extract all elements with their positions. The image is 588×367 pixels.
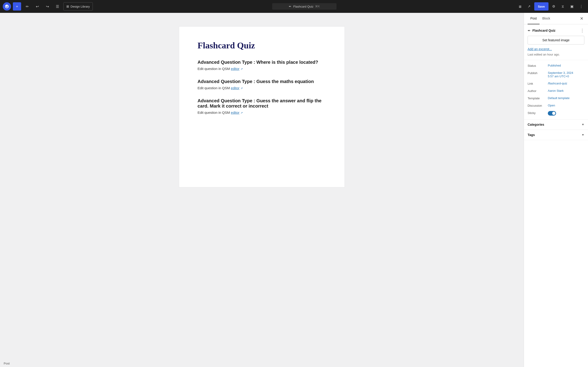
list-view-button[interactable]: ☰ bbox=[53, 2, 61, 10]
post-header-row: ✒ Flashcard Quiz ⋮ bbox=[527, 28, 584, 33]
sidebar-close-button[interactable]: ✕ bbox=[579, 13, 584, 24]
question-block-2: Advanced Question Type : Guess the maths… bbox=[198, 79, 326, 90]
author-value[interactable]: Aaron Stark bbox=[548, 89, 584, 92]
toolbar: ＋ ✏ ↩ ↪ ☰ ⊞ Design Library ✒ Flashcard Q… bbox=[0, 0, 588, 13]
question-edit-3: Edit question in QSM editor ↗ bbox=[198, 110, 326, 115]
tags-header[interactable]: Tags ▼ bbox=[524, 130, 588, 140]
categories-chevron-icon: ▼ bbox=[582, 123, 584, 126]
design-library-button[interactable]: ⊞ Design Library bbox=[63, 2, 93, 10]
question-title-3: Advanced Question Type : Guess the answe… bbox=[198, 98, 326, 109]
tags-chevron-icon: ▼ bbox=[582, 133, 584, 136]
sidebar-icon: ▣ bbox=[570, 4, 573, 8]
arrow-icon-2: ↗ bbox=[241, 87, 243, 90]
publish-label: Publish bbox=[527, 71, 546, 75]
redo-icon: ↪ bbox=[46, 4, 49, 9]
template-value[interactable]: Default template bbox=[548, 96, 584, 100]
bottom-bar-label: Post bbox=[4, 362, 10, 365]
post-pen-icon: ✒ bbox=[527, 28, 531, 33]
categories-label: Categories bbox=[527, 123, 544, 126]
sidebar-toggle-button[interactable]: ▣ bbox=[568, 2, 576, 10]
editor-link-2[interactable]: editor bbox=[231, 86, 240, 90]
categories-header[interactable]: Categories ▼ bbox=[524, 119, 588, 130]
template-label: Template bbox=[527, 96, 546, 100]
set-featured-image-button[interactable]: Set featured image bbox=[527, 36, 584, 44]
edit-prefix-1: Edit question in QSM bbox=[198, 67, 230, 71]
plus-icon: ＋ bbox=[15, 4, 19, 9]
categories-section: Categories ▼ bbox=[524, 119, 588, 130]
pencil-icon: ✏ bbox=[26, 4, 29, 9]
add-excerpt-link[interactable]: Add an excerpt... bbox=[527, 47, 584, 51]
design-library-label: Design Library bbox=[70, 5, 90, 8]
meta-row-publish: Publish September 3, 2024 5:57 am UTC+0 bbox=[527, 69, 584, 80]
add-block-button[interactable]: ＋ bbox=[13, 2, 21, 10]
toolbar-right-actions: 🖥 ↗ Save ⚙ ⧖ ▣ ⋮ bbox=[516, 2, 585, 10]
post-title-search[interactable]: ✒ Flashcard Quiz ⌘K bbox=[272, 3, 337, 10]
bottom-bar: Post bbox=[0, 360, 13, 367]
more-options-button[interactable]: ⋮ bbox=[577, 2, 585, 10]
edit-prefix-3: Edit question in QSM bbox=[198, 110, 230, 115]
editor-canvas: Flashcard Quiz Advanced Question Type : … bbox=[179, 27, 345, 187]
meta-row-link: Link /flashcard-quiz bbox=[527, 80, 584, 87]
toggle-track bbox=[548, 111, 556, 116]
three-dots-icon: ⋮ bbox=[580, 28, 584, 33]
external-link-button[interactable]: ↗ bbox=[525, 2, 533, 10]
pen-icon: ✒ bbox=[289, 5, 292, 8]
question-block-3: Advanced Question Type : Guess the answe… bbox=[198, 98, 326, 115]
meta-row-sticky: Sticky bbox=[527, 109, 584, 117]
last-edited-text: Last edited an hour ago. bbox=[527, 53, 584, 56]
toolbar-center: ✒ Flashcard Quiz ⌘K bbox=[95, 3, 514, 10]
editor-link-1[interactable]: editor bbox=[231, 67, 240, 71]
question-title-1: Advanced Question Type : Where is this p… bbox=[198, 60, 326, 65]
question-title-2: Advanced Question Type : Guess the maths… bbox=[198, 79, 326, 84]
main-layout: Flashcard Quiz Advanced Question Type : … bbox=[0, 13, 588, 367]
author-label: Author bbox=[527, 89, 546, 93]
toggle-thumb bbox=[552, 112, 555, 115]
sidebar-tabs: Post Block ✕ bbox=[524, 13, 588, 24]
question-edit-1: Edit question in QSM editor ↗ bbox=[198, 67, 326, 71]
discussion-value[interactable]: Open bbox=[548, 104, 584, 107]
meta-section: Status Published Publish September 3, 20… bbox=[524, 60, 588, 119]
post-panel-section: ✒ Flashcard Quiz ⋮ Set featured image Ad… bbox=[524, 24, 588, 60]
question-block-1: Advanced Question Type : Where is this p… bbox=[198, 60, 326, 71]
post-settings-icon: ⚙ bbox=[552, 4, 555, 8]
publish-value[interactable]: September 3, 2024 5:57 am UTC+0 bbox=[548, 71, 584, 78]
tags-label: Tags bbox=[527, 133, 535, 137]
wordpress-logo[interactable] bbox=[3, 2, 11, 10]
monitor-icon: 🖥 bbox=[518, 5, 522, 8]
post-menu-button[interactable]: ⋮ bbox=[580, 28, 584, 33]
status-value[interactable]: Published bbox=[548, 64, 584, 67]
ellipsis-icon: ⋮ bbox=[579, 4, 583, 8]
link-label: Link bbox=[527, 82, 546, 85]
undo-button[interactable]: ↩ bbox=[33, 2, 41, 10]
editor-link-3[interactable]: editor bbox=[231, 110, 240, 115]
list-icon: ☰ bbox=[56, 4, 59, 9]
sticky-toggle[interactable] bbox=[548, 111, 556, 116]
post-main-title[interactable]: Flashcard Quiz bbox=[198, 40, 326, 50]
post-panel-title: Flashcard Quiz bbox=[532, 29, 578, 32]
post-settings-button[interactable]: ⚙ bbox=[549, 2, 558, 10]
plugins-icon: ⧖ bbox=[562, 4, 564, 8]
save-button[interactable]: Save bbox=[534, 2, 548, 10]
preview-button[interactable]: 🖥 bbox=[516, 2, 524, 10]
redo-button[interactable]: ↪ bbox=[43, 2, 52, 10]
design-library-icon: ⊞ bbox=[66, 5, 69, 8]
sticky-label: Sticky bbox=[527, 111, 546, 115]
arrow-icon-3: ↗ bbox=[241, 111, 243, 115]
editor-area: Flashcard Quiz Advanced Question Type : … bbox=[0, 13, 524, 367]
external-link-icon: ↗ bbox=[527, 4, 531, 8]
question-edit-2: Edit question in QSM editor ↗ bbox=[198, 86, 326, 90]
edit-prefix-2: Edit question in QSM bbox=[198, 86, 230, 90]
undo-icon: ↩ bbox=[36, 4, 39, 9]
meta-row-template: Template Default template bbox=[527, 94, 584, 102]
tab-post[interactable]: Post bbox=[527, 13, 540, 24]
sidebar: Post Block ✕ ✒ Flashcard Quiz ⋮ Set feat… bbox=[524, 13, 588, 367]
link-value[interactable]: /flashcard-quiz bbox=[548, 82, 584, 85]
tools-button[interactable]: ✏ bbox=[23, 2, 31, 10]
meta-row-discussion: Discussion Open bbox=[527, 102, 584, 109]
meta-row-author: Author Aaron Stark bbox=[527, 87, 584, 94]
discussion-label: Discussion bbox=[527, 104, 546, 107]
status-label: Status bbox=[527, 64, 546, 67]
plugins-button[interactable]: ⧖ bbox=[559, 2, 567, 10]
arrow-icon-1: ↗ bbox=[241, 67, 243, 71]
tab-block[interactable]: Block bbox=[540, 13, 553, 24]
